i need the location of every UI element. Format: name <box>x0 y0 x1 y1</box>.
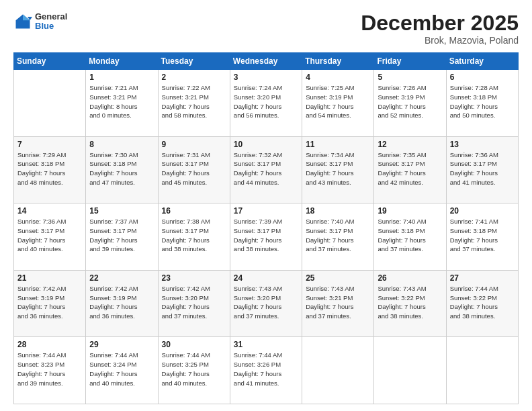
cell-text: Sunset: 3:23 PM <box>17 360 82 369</box>
cell-text: Sunset: 3:17 PM <box>450 159 515 169</box>
cell-text: Daylight: 7 hours <box>17 169 82 178</box>
cell-text: and 52 minutes. <box>378 111 442 120</box>
day-number: 10 <box>234 140 298 149</box>
col-friday: Friday <box>374 53 446 70</box>
cell-text: Daylight: 7 hours <box>234 369 298 379</box>
table-row: 20Sunrise: 7:41 AMSunset: 3:18 PMDayligh… <box>446 203 518 271</box>
day-number: 14 <box>17 206 82 216</box>
cell-text: Daylight: 7 hours <box>450 102 515 111</box>
day-number: 15 <box>89 206 154 216</box>
cell-text: Sunrise: 7:29 AM <box>17 150 82 160</box>
cell-text: Sunrise: 7:21 AM <box>89 83 154 93</box>
cell-text: Daylight: 7 hours <box>89 236 154 245</box>
cell-text: Sunset: 3:21 PM <box>306 293 370 303</box>
day-number: 22 <box>89 273 154 283</box>
cell-text: Daylight: 7 hours <box>234 102 298 111</box>
cell-text: and 39 minutes. <box>89 244 154 254</box>
table-row <box>302 337 374 404</box>
cell-text: Sunrise: 7:41 AM <box>450 217 515 226</box>
cell-text: Sunrise: 7:39 AM <box>234 217 298 226</box>
table-row: 11Sunrise: 7:34 AMSunset: 3:17 PMDayligh… <box>302 136 374 203</box>
cell-text: Sunset: 3:25 PM <box>162 360 226 369</box>
cell-text: and 58 minutes. <box>162 111 226 120</box>
cell-text: and 0 minutes. <box>89 111 154 120</box>
table-row: 8Sunrise: 7:30 AMSunset: 3:18 PMDaylight… <box>86 136 158 203</box>
cell-text: Sunset: 3:17 PM <box>306 159 370 169</box>
cell-text: Daylight: 7 hours <box>378 302 442 312</box>
table-row: 19Sunrise: 7:40 AMSunset: 3:18 PMDayligh… <box>374 203 446 271</box>
cell-text: Sunrise: 7:37 AM <box>89 217 154 226</box>
cell-text: and 36 minutes. <box>89 312 154 321</box>
cell-text: Sunset: 3:19 PM <box>89 293 154 303</box>
cell-text: Sunrise: 7:35 AM <box>378 150 442 160</box>
cell-text: Daylight: 7 hours <box>17 236 82 245</box>
cell-text: and 41 minutes. <box>450 178 515 187</box>
cell-text: Sunrise: 7:42 AM <box>162 284 226 293</box>
col-monday: Monday <box>86 53 158 70</box>
calendar-header-row: Sunday Monday Tuesday Wednesday Thursday… <box>14 53 519 70</box>
day-number: 11 <box>306 140 370 149</box>
day-number: 6 <box>450 73 515 82</box>
table-row: 30Sunrise: 7:44 AMSunset: 3:25 PMDayligh… <box>158 337 230 404</box>
table-row: 1Sunrise: 7:21 AMSunset: 3:21 PMDaylight… <box>86 70 158 137</box>
cell-text: Sunset: 3:17 PM <box>162 226 226 236</box>
cell-text: and 40 minutes. <box>17 244 82 254</box>
cell-text: and 43 minutes. <box>306 178 370 187</box>
cell-text: and 38 minutes. <box>234 244 298 254</box>
cell-text: Sunset: 3:20 PM <box>234 293 298 303</box>
cell-text: and 44 minutes. <box>234 178 298 187</box>
logo-text: General Blue <box>35 12 67 32</box>
table-row: 26Sunrise: 7:43 AMSunset: 3:22 PMDayligh… <box>374 270 446 337</box>
cell-text: Sunrise: 7:43 AM <box>378 284 442 293</box>
cell-text: Sunrise: 7:24 AM <box>234 83 298 93</box>
cell-text: Daylight: 7 hours <box>17 369 82 379</box>
table-row: 22Sunrise: 7:42 AMSunset: 3:19 PMDayligh… <box>86 270 158 337</box>
cell-text: Daylight: 7 hours <box>450 236 515 245</box>
cell-text: Sunset: 3:17 PM <box>306 226 370 236</box>
table-row: 27Sunrise: 7:44 AMSunset: 3:22 PMDayligh… <box>446 270 518 337</box>
day-number: 7 <box>17 140 82 149</box>
cell-text: Sunset: 3:18 PM <box>378 226 442 236</box>
col-sunday: Sunday <box>14 53 86 70</box>
cell-text: Daylight: 7 hours <box>306 302 370 312</box>
table-row: 28Sunrise: 7:44 AMSunset: 3:23 PMDayligh… <box>14 337 86 404</box>
col-wednesday: Wednesday <box>230 53 302 70</box>
cell-text: Daylight: 7 hours <box>234 169 298 178</box>
day-number: 20 <box>450 206 515 216</box>
table-row: 25Sunrise: 7:43 AMSunset: 3:21 PMDayligh… <box>302 270 374 337</box>
table-row: 3Sunrise: 7:24 AMSunset: 3:20 PMDaylight… <box>230 70 302 137</box>
logo: General Blue <box>13 12 67 32</box>
cell-text: and 38 minutes. <box>162 244 226 254</box>
day-number: 19 <box>378 206 442 216</box>
cell-text: and 41 minutes. <box>234 379 298 388</box>
table-row: 10Sunrise: 7:32 AMSunset: 3:17 PMDayligh… <box>230 136 302 203</box>
cell-text: Daylight: 7 hours <box>162 102 226 111</box>
cell-text: Sunrise: 7:36 AM <box>450 150 515 160</box>
calendar-week-row: 7Sunrise: 7:29 AMSunset: 3:18 PMDaylight… <box>14 136 519 203</box>
cell-text: Daylight: 8 hours <box>89 102 154 111</box>
cell-text: and 42 minutes. <box>378 178 442 187</box>
cell-text: Sunrise: 7:43 AM <box>306 284 370 293</box>
calendar-week-row: 21Sunrise: 7:42 AMSunset: 3:19 PMDayligh… <box>14 270 519 337</box>
cell-text: Daylight: 7 hours <box>306 169 370 178</box>
cell-text: and 40 minutes. <box>89 379 154 388</box>
cell-text: and 37 minutes. <box>450 244 515 254</box>
cell-text: Sunset: 3:19 PM <box>306 93 370 102</box>
cell-text: Sunset: 3:18 PM <box>17 159 82 169</box>
cell-text: Sunrise: 7:34 AM <box>306 150 370 160</box>
table-row: 7Sunrise: 7:29 AMSunset: 3:18 PMDaylight… <box>14 136 86 203</box>
cell-text: Daylight: 7 hours <box>162 369 226 379</box>
day-number: 31 <box>234 340 298 349</box>
cell-text: and 45 minutes. <box>162 178 226 187</box>
table-row <box>374 337 446 404</box>
cell-text: Sunrise: 7:36 AM <box>17 217 82 226</box>
cell-text: and 38 minutes. <box>450 312 515 321</box>
cell-text: Sunset: 3:18 PM <box>450 226 515 236</box>
day-number: 12 <box>378 140 442 149</box>
cell-text: Sunset: 3:17 PM <box>234 159 298 169</box>
cell-text: Sunrise: 7:40 AM <box>306 217 370 226</box>
cell-text: Daylight: 7 hours <box>89 302 154 312</box>
table-row: 24Sunrise: 7:43 AMSunset: 3:20 PMDayligh… <box>230 270 302 337</box>
table-row: 15Sunrise: 7:37 AMSunset: 3:17 PMDayligh… <box>86 203 158 271</box>
day-number: 8 <box>89 140 154 149</box>
